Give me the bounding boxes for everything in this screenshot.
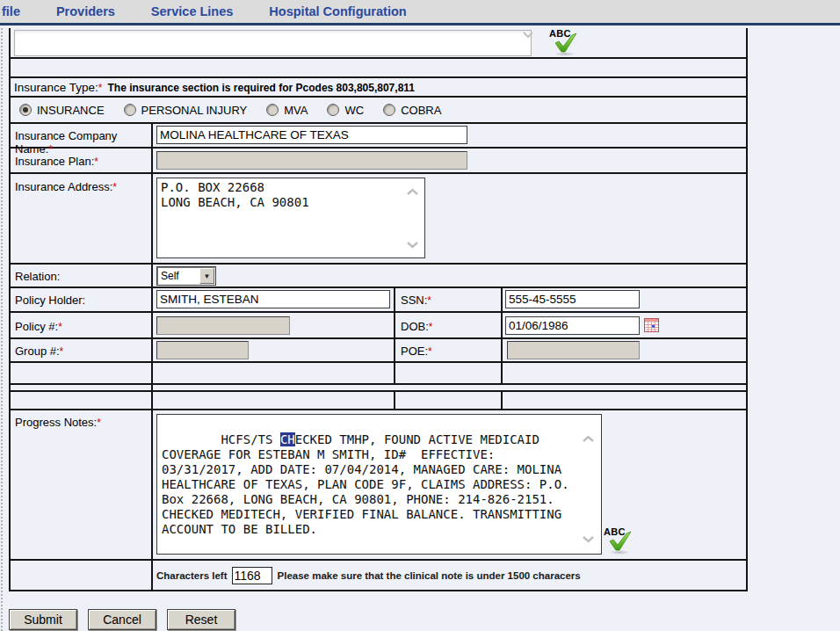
submit-button[interactable]: Submit [9,609,77,630]
required-asterisk: * [98,82,103,94]
radio-icon[interactable] [327,104,339,116]
policy-number-input [156,316,290,335]
plan-input [156,151,467,170]
ssn-input[interactable] [505,290,640,308]
group-number-row: Group #:* POE:* [11,339,746,363]
required-asterisk: * [427,294,431,307]
cancel-button[interactable]: Cancel [88,609,156,630]
policy-holder-label: Policy Holder: [15,294,85,307]
radio-icon[interactable] [124,104,136,116]
spellcheck-icon[interactable]: ABC [549,28,581,58]
radio-option-mva[interactable]: MVA [266,104,308,117]
policy-number-label: Policy #: [15,320,58,333]
radio-option-cobra[interactable]: COBRA [383,104,441,117]
radio-label: PERSONAL INJURY [141,104,248,117]
company-name-row: Insurance Company Name:* [11,124,746,149]
scroll-up-icon[interactable] [582,435,595,443]
required-asterisk: * [58,321,62,333]
reset-button[interactable]: Reset [167,609,235,630]
insurance-type-header-row: Insurance Type:*The insurance section is… [11,78,746,98]
top-note-field[interactable] [14,30,532,56]
progress-notes-textarea[interactable]: HCFS/TS CHECKED TMHP, FOUND ACTIVE MEDIC… [156,414,602,555]
insurance-form: ABC Insurance Type:*The insurance sectio… [9,28,748,591]
spacer-row [11,59,746,78]
ssn-label: SSN: [401,294,427,307]
relation-selected-value: Self [161,270,179,282]
address-row: Insurance Address:* P.O. BOX 22668 LONG … [11,174,746,265]
required-asterisk: * [112,181,117,193]
progress-notes-row: Progress Notes:* HCFS/TS CHECKED TMHP, F… [11,410,746,561]
policy-holder-input[interactable] [156,290,390,308]
scroll-down-icon[interactable] [522,32,534,39]
nav-item-providers[interactable]: Providers [56,4,115,18]
insurance-type-note: The insurance section is required for Pc… [107,82,415,94]
top-nav: file Providers Service Lines Hospital Co… [0,0,840,25]
notes-selected-text: CH [280,432,295,446]
scroll-down-icon[interactable] [582,535,595,543]
radio-option-personal-injury[interactable]: PERSONAL INJURY [124,104,248,117]
radio-icon[interactable] [266,104,279,116]
progress-notes-label: Progress Notes: [15,416,97,429]
left-gutter [1,28,3,631]
radio-option-insurance[interactable]: INSURANCE [19,104,105,117]
nav-item-file[interactable]: file [2,4,20,18]
company-name-input[interactable] [156,126,467,144]
nav-item-hospital-configuration[interactable]: Hospital Configuration [269,4,406,18]
radio-label: MVA [284,104,308,117]
radio-option-wc[interactable]: WC [327,104,364,117]
relation-label: Relation: [15,270,60,283]
required-asterisk: * [94,156,98,168]
plan-row: Insurance Plan:* [11,149,746,174]
radio-label: WC [344,104,364,117]
insurance-type-options-row: INSURANCE PERSONAL INJURY MVA WC COBRA [11,98,746,124]
group-number-input [156,341,249,359]
radio-icon[interactable] [383,104,395,116]
poe-label: POE: [401,345,428,358]
characters-left-input[interactable] [232,567,272,584]
policy-number-row: Policy #:* DOB:* [11,313,746,339]
spellcheck-icon[interactable]: ABC [604,526,635,556]
required-asterisk: * [97,417,101,429]
thin-spacer-row [11,385,746,392]
insurance-type-label: Insurance Type: [14,81,98,94]
relation-row: Relation: Self ▼ [11,265,746,288]
characters-left-label: Characters left [156,570,228,581]
empty-row [11,363,746,385]
characters-note: Please make sure that the clinical note … [278,570,581,581]
notes-text-before: HCFS/TS [221,432,279,446]
policy-holder-row: Policy Holder: SSN:* [11,288,746,313]
required-asterisk: * [60,345,64,358]
radio-icon[interactable] [19,104,32,116]
required-asterisk: * [428,345,432,358]
radio-label: COBRA [401,104,441,117]
radio-label: INSURANCE [37,104,105,117]
required-asterisk: * [429,321,433,333]
empty-row [11,392,746,410]
poe-input [507,341,640,359]
scroll-down-icon[interactable] [406,241,419,249]
top-note-row: ABC [11,28,746,59]
dob-input[interactable] [505,316,640,335]
address-textarea[interactable]: P.O. BOX 22668 LONG BEACH, CA 90801 [156,178,425,258]
notes-text-after: ECKED TMHP, FOUND ACTIVE MEDICAID COVERA… [162,432,576,536]
address-label: Insurance Address: [15,180,112,193]
chevron-down-icon[interactable]: ▼ [199,268,214,284]
calendar-icon[interactable] [644,318,659,336]
relation-select[interactable]: Self ▼ [157,267,215,285]
dob-label: DOB: [401,320,429,333]
scroll-up-icon[interactable] [406,188,419,196]
nav-item-service-lines[interactable]: Service Lines [151,4,234,18]
plan-label: Insurance Plan: [15,155,94,168]
characters-left-row: Characters left Please make sure that th… [11,561,746,590]
group-number-label: Group #: [15,345,60,358]
